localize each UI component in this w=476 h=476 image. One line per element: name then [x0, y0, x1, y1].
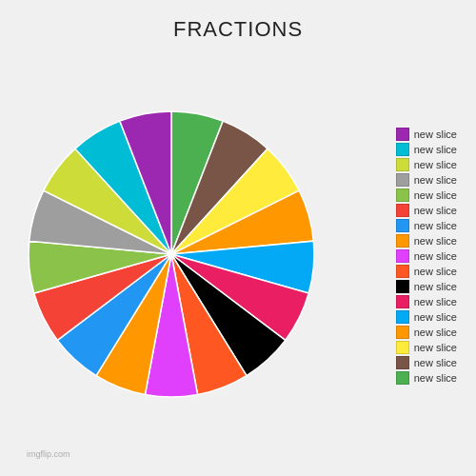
legend-item: new slice	[396, 249, 457, 263]
legend-item: new slice	[396, 295, 457, 308]
legend-color-swatch	[396, 280, 409, 293]
legend-item: new slice	[396, 219, 457, 232]
legend-color-swatch	[396, 158, 409, 171]
legend-label: new slice	[414, 220, 457, 231]
legend-item: new slice	[396, 341, 457, 354]
legend-label: new slice	[414, 372, 457, 384]
legend-color-swatch	[396, 128, 409, 141]
legend-color-swatch	[396, 234, 409, 248]
legend-item: new slice	[396, 356, 457, 369]
legend-item: new slice	[396, 188, 457, 202]
legend-label: new slice	[414, 281, 457, 292]
legend-label: new slice	[414, 174, 457, 186]
chart-container: new slicenew slicenew slicenew slicenew …	[19, 51, 457, 461]
pie-chart	[19, 102, 324, 407]
legend-color-swatch	[396, 356, 409, 369]
legend-item: new slice	[396, 158, 457, 171]
legend-label: new slice	[414, 205, 457, 216]
legend-item: new slice	[396, 310, 457, 324]
legend-label: new slice	[414, 327, 457, 338]
legend-label: new slice	[414, 342, 457, 353]
legend-item: new slice	[396, 326, 457, 339]
legend-color-swatch	[396, 188, 409, 202]
legend-color-swatch	[396, 143, 409, 156]
legend-label: new slice	[414, 296, 457, 307]
legend-label: new slice	[414, 250, 457, 262]
legend-item: new slice	[396, 128, 457, 141]
legend-color-swatch	[396, 295, 409, 308]
legend-item: new slice	[396, 234, 457, 248]
legend-label: new slice	[414, 159, 457, 170]
legend-item: new slice	[396, 204, 457, 217]
legend-color-swatch	[396, 341, 409, 354]
legend-color-swatch	[396, 310, 409, 324]
legend-item: new slice	[396, 143, 457, 156]
legend-item: new slice	[396, 280, 457, 293]
legend-color-swatch	[396, 173, 409, 187]
legend-color-swatch	[396, 265, 409, 278]
legend-color-swatch	[396, 204, 409, 217]
legend-color-swatch	[396, 219, 409, 232]
legend-label: new slice	[414, 311, 457, 323]
legend-label: new slice	[414, 144, 457, 155]
legend-label: new slice	[414, 357, 457, 368]
legend-item: new slice	[396, 265, 457, 278]
legend-label: new slice	[414, 129, 457, 140]
legend-label: new slice	[414, 266, 457, 277]
pie-area	[19, 102, 324, 410]
legend-label: new slice	[414, 235, 457, 247]
legend-color-swatch	[396, 371, 409, 385]
legend: new slicenew slicenew slicenew slicenew …	[396, 128, 457, 385]
watermark: imgflip.com	[27, 449, 70, 459]
legend-item: new slice	[396, 173, 457, 187]
legend-label: new slice	[414, 189, 457, 201]
page-title: FRACTIONS	[173, 17, 303, 42]
legend-color-swatch	[396, 326, 409, 339]
legend-item: new slice	[396, 371, 457, 385]
legend-color-swatch	[396, 249, 409, 263]
